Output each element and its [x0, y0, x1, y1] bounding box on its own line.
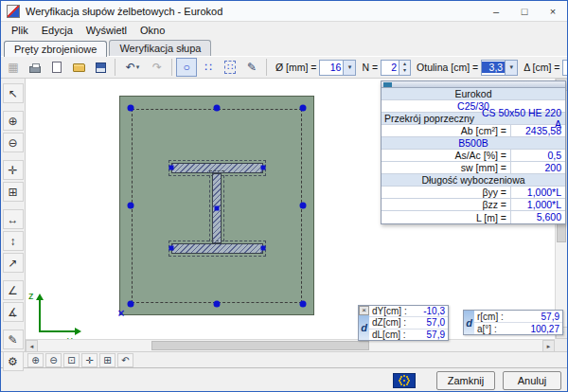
rebar-point[interactable]: [300, 301, 307, 308]
selection-handle[interactable]: [261, 166, 266, 170]
save-button[interactable]: [90, 58, 111, 77]
settings-tool-button[interactable]: ⚙: [3, 351, 24, 371]
close-window-button[interactable]: ×: [539, 1, 567, 21]
delta-stepper[interactable]: 1 ▴▾: [562, 60, 567, 76]
row-value[interactable]: 200: [510, 162, 565, 173]
selection-handle[interactable]: [215, 206, 220, 211]
pan-button[interactable]: ✛: [3, 160, 24, 180]
scrollbar-track[interactable]: [38, 340, 542, 351]
rebar-point[interactable]: [128, 203, 134, 209]
chevron-down-icon[interactable]: ▾: [136, 63, 140, 71]
steel-flange-top[interactable]: [171, 163, 263, 173]
row-value[interactable]: 5,600: [510, 211, 565, 223]
print-button[interactable]: [25, 58, 45, 77]
row-label: L [m] =: [382, 212, 510, 223]
rebar-point[interactable]: [128, 105, 134, 112]
coord-label: dZ[cm] :: [372, 317, 427, 328]
zoom-out-button[interactable]: ⊖: [3, 133, 24, 152]
undo-icon: ↶: [126, 61, 135, 74]
row-value[interactable]: 2435,58: [510, 125, 565, 136]
delta-value: 1: [563, 61, 567, 75]
coord-label: r[cm] :: [477, 312, 541, 322]
selection-handle[interactable]: [169, 246, 174, 251]
polar-info-panel: d r[cm] :57,9 a[°] :100,27: [463, 310, 563, 335]
print-icon: [29, 66, 41, 73]
undo-button[interactable]: ↶▾: [119, 58, 146, 77]
panel-grip[interactable]: [382, 81, 565, 88]
chevron-down-icon[interactable]: ▾: [343, 61, 355, 75]
zoom-in-button[interactable]: ⊕: [27, 353, 44, 367]
rebar-point[interactable]: [214, 301, 221, 308]
add-rebars-button[interactable]: ∷: [198, 58, 219, 77]
row-value[interactable]: 1,000*L: [510, 199, 565, 210]
pen-tool-button[interactable]: ✎: [3, 330, 24, 349]
maximize-button[interactable]: □: [510, 1, 539, 21]
spin-up-icon[interactable]: ▴: [399, 61, 410, 68]
zoom-in-button[interactable]: ⊕: [3, 111, 24, 131]
chevron-down-icon[interactable]: ▾: [505, 61, 517, 75]
tab-weryfikacja-slupa[interactable]: Weryfikacja słupa: [109, 40, 211, 56]
table-row: Długość wyboczeniowa: [382, 174, 565, 187]
selection-handle[interactable]: [169, 166, 174, 170]
close-button[interactable]: Zamknij: [436, 371, 495, 390]
rebar-point[interactable]: [300, 203, 307, 209]
horizontal-scrollbar[interactable]: ◄ ►: [26, 339, 555, 351]
drawing-canvas[interactable]: × z y ◄ ► ▲ ▼ Eurokod C25/30 Prz: [26, 79, 567, 351]
delta-info-panel: × d dY[cm] :-10,3 dZ[cm] :57,0 dL[cm] :5…: [358, 305, 449, 341]
edit-rebars-button[interactable]: ✎: [241, 58, 262, 77]
rebar-point[interactable]: [300, 105, 307, 112]
rebar-region-button[interactable]: ∷: [220, 58, 240, 77]
count-stepper[interactable]: 2 ▴▾: [381, 60, 411, 76]
measure-vertical-button[interactable]: ↕: [3, 231, 24, 251]
diameter-label: Ø [mm] =: [275, 62, 316, 73]
grid-view-button[interactable]: ▦: [3, 58, 24, 77]
tab-prety-zbrojeniowe[interactable]: Pręty zbrojeniowe: [4, 41, 107, 57]
menu-okno[interactable]: Okno: [133, 24, 171, 37]
zoom-out-button[interactable]: ⊖: [45, 353, 62, 367]
count-value: 2: [382, 61, 399, 75]
measure-diagonal-button[interactable]: ↗: [3, 253, 24, 273]
angle-tool-button[interactable]: ∠: [3, 280, 24, 300]
draw-rebar-button[interactable]: ○: [176, 58, 197, 77]
coord-value: 100,27: [530, 324, 559, 334]
cancel-button[interactable]: Anuluj: [503, 371, 561, 390]
pan-button[interactable]: ✛: [81, 353, 98, 367]
new-file-button[interactable]: [46, 58, 67, 77]
row-label: βzz =: [382, 199, 510, 210]
measure-horizontal-button[interactable]: ↔: [3, 209, 24, 229]
scrollbar-thumb[interactable]: [151, 341, 369, 350]
panel-grip-handle[interactable]: [383, 82, 392, 87]
row-value[interactable]: B500B: [458, 137, 488, 149]
protractor-tool-button[interactable]: ∡: [3, 302, 24, 322]
cursor-tool-button[interactable]: ↖: [3, 83, 24, 103]
open-file-button[interactable]: [68, 58, 89, 77]
menu-edycja[interactable]: Edycja: [35, 24, 80, 37]
zoom-extents-button[interactable]: ⊞: [3, 182, 24, 202]
spin-down-icon[interactable]: ▾: [399, 67, 410, 75]
menu-plik[interactable]: Plik: [5, 24, 35, 37]
axis-z-line: [39, 300, 41, 332]
selection-handle[interactable]: [261, 246, 266, 251]
steel-flange-bottom[interactable]: [171, 243, 263, 254]
previous-view-button[interactable]: ↶: [117, 353, 133, 367]
cover-select[interactable]: 3,3 ▾: [481, 60, 518, 76]
origin-marker-icon: ×: [117, 307, 124, 320]
redo-button[interactable]: ↷: [147, 58, 168, 77]
scroll-right-icon[interactable]: ►: [542, 340, 555, 351]
zoom-window-button[interactable]: ⊡: [63, 353, 80, 367]
row-value[interactable]: 1,000*L: [510, 187, 565, 198]
diameter-select[interactable]: 16 ▾: [319, 60, 356, 76]
grid-icon: ▦: [8, 61, 18, 74]
menu-wyswietl[interactable]: Wyświetl: [80, 24, 133, 37]
coord-value: -10,3: [423, 306, 445, 316]
rebar-point[interactable]: [214, 105, 221, 112]
close-icon[interactable]: ×: [359, 306, 369, 315]
zoom-extents-button[interactable]: ⊞: [99, 353, 115, 367]
row-value[interactable]: 0,5: [510, 150, 565, 161]
row-label: sw [mm] =: [382, 162, 510, 173]
stepper-arrows: ▴▾: [399, 61, 410, 75]
table-row: As/Ac [%] =0,5: [382, 150, 565, 162]
rebar-point[interactable]: [128, 301, 134, 308]
scroll-left-icon[interactable]: ◄: [26, 340, 38, 351]
minimize-button[interactable]: –: [482, 1, 510, 21]
